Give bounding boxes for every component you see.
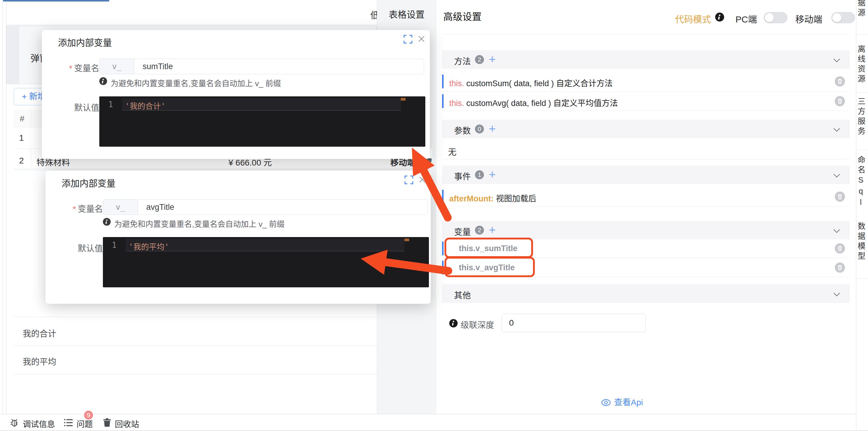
view-api-link[interactable]: 查看Api xyxy=(601,396,643,408)
pc-toggle-label: PC端 xyxy=(736,12,757,25)
variable-name-label: *变量名 xyxy=(54,62,99,74)
rail-item-data-model[interactable]: 数据模型 xyxy=(858,222,867,262)
delete-variable-button[interactable] xyxy=(835,243,845,254)
variable-name-input-group: v_ xyxy=(103,199,428,215)
chevron-down-icon[interactable] xyxy=(834,227,840,233)
issues-item[interactable]: 问题 xyxy=(76,418,93,430)
variable-name-input[interactable] xyxy=(134,59,424,74)
event-text: afterMount: 视图加载后 xyxy=(449,192,536,204)
chevron-down-icon[interactable] xyxy=(834,290,840,296)
code-mode-link[interactable]: 代码模式 xyxy=(675,12,711,25)
row-divider xyxy=(442,110,849,111)
advanced-settings-panel: 高级设置 代码模式 PC端 移动端 方法 2 + this. customSum… xyxy=(436,0,856,414)
summary-avg-label: 我的平均 xyxy=(23,355,56,367)
add-event-button[interactable]: + xyxy=(489,168,496,181)
default-value-label: 默认值 xyxy=(57,242,103,254)
dialog-title: 添加内部变量 xyxy=(62,176,116,189)
event-name: afterMount: xyxy=(449,194,494,203)
prefix-addon: v_ xyxy=(103,200,138,214)
chevron-down-icon[interactable] xyxy=(834,125,840,132)
rail-divider xyxy=(856,34,868,35)
fullscreen-icon[interactable] xyxy=(403,35,412,44)
variable-row[interactable]: this.v_sumTitle xyxy=(442,239,850,258)
pc-toggle[interactable] xyxy=(764,12,787,23)
debug-info-item[interactable]: 调试信息 xyxy=(23,418,55,430)
method-desc: 自定义合计方法 xyxy=(556,79,613,88)
issues-count-badge: 9 xyxy=(84,411,93,420)
variable-name-input[interactable] xyxy=(138,200,427,214)
variable-name-hint: 为避免和内置变量重名,变量名会自动加上 v_ 前缀 xyxy=(111,77,281,88)
variable-name-label: *变量名 xyxy=(57,202,103,214)
method-row[interactable]: this. customAvg( data, field ) 自定义平均值方法 xyxy=(442,92,850,111)
method-desc: 自定义平均值方法 xyxy=(553,99,618,108)
code-editor[interactable]: 1 '我的平均' xyxy=(103,237,429,287)
rail-item-offline-resources[interactable]: 离线资源 xyxy=(858,45,867,84)
status-bar: 调试信息 问题 回收站 xyxy=(0,414,856,430)
this-keyword: this. xyxy=(449,99,464,108)
method-text: this. customSum( data, field ) 自定义合计方法 xyxy=(449,77,613,89)
canvas-toolbar xyxy=(6,0,377,25)
add-variable-dialog-avg: 添加内部变量 *变量名 v_ 为避免和内置变量重名,变量名会自动加上 v_ 前缀… xyxy=(45,171,431,304)
delete-method-button[interactable] xyxy=(835,96,845,106)
chevron-down-icon[interactable] xyxy=(834,56,840,62)
cascade-depth-input[interactable] xyxy=(502,314,646,332)
app-root: 低 弹窗 + 新增 # 1 2 特殊材料 ¥ 666.00 元 移动端配置 我的… xyxy=(0,0,868,431)
mobile-toggle-label: 移动端 xyxy=(795,12,822,25)
rail-divider xyxy=(856,92,868,92)
section-title: 事件 xyxy=(454,170,471,182)
section-header-events[interactable]: 事件 1 + xyxy=(442,166,850,184)
variable-row[interactable]: this.v_avgTitle xyxy=(442,258,850,277)
toggle-knob xyxy=(832,13,841,22)
delete-event-button[interactable] xyxy=(835,192,845,202)
rail-divider xyxy=(856,222,868,222)
add-param-button[interactable]: + xyxy=(489,122,496,136)
table-settings-title[interactable]: 表格设置 xyxy=(377,7,436,20)
count-badge: 2 xyxy=(475,226,484,235)
mobile-toggle[interactable] xyxy=(831,12,855,23)
active-tab-indicator xyxy=(3,0,109,1)
section-header-methods[interactable]: 方法 2 + xyxy=(442,50,850,69)
variable-expression: this.v_sumTitle xyxy=(459,244,518,253)
rail-divider xyxy=(856,150,868,150)
cascade-info-icon[interactable] xyxy=(449,319,458,327)
section-title: 参数 xyxy=(454,124,471,136)
code-mode-info-icon[interactable] xyxy=(715,12,724,22)
params-empty-text: 无 xyxy=(448,145,457,157)
recycle-bin-icon xyxy=(103,418,111,427)
summary-row-avg[interactable]: 我的平均 xyxy=(14,346,377,374)
add-method-button[interactable]: + xyxy=(489,53,496,66)
editor-code-string: '我的合计' xyxy=(125,100,165,111)
close-icon[interactable] xyxy=(417,34,426,44)
summary-sum-label: 我的合计 xyxy=(23,327,56,339)
variable-expression: this.v_avgTitle xyxy=(459,263,515,272)
fullscreen-icon[interactable] xyxy=(404,175,413,184)
section-header-variables[interactable]: 变量 2 + xyxy=(442,221,850,239)
issues-list-icon xyxy=(64,419,73,427)
toggle-knob xyxy=(765,13,774,22)
recycle-bin-item[interactable]: 回收站 xyxy=(115,418,139,430)
left-splitter[interactable] xyxy=(2,0,3,414)
variable-name-input-group: v_ xyxy=(99,59,424,74)
event-row[interactable]: afterMount: 视图加载后 xyxy=(442,187,850,206)
code-editor[interactable]: 1 '我的合计' xyxy=(99,96,425,147)
row-index: 2 xyxy=(19,156,24,166)
row-accent-bar xyxy=(442,75,443,88)
rail-item-named-sql[interactable]: 命名Sql xyxy=(858,156,867,209)
required-mark: * xyxy=(69,64,72,73)
summary-row-sum[interactable]: 我的合计 xyxy=(14,317,377,346)
rail-item-third-party-services[interactable]: 三方服务 xyxy=(858,97,867,137)
rail-item-datasource[interactable]: 数据源 xyxy=(858,0,867,18)
row-divider xyxy=(442,277,849,277)
add-variable-button[interactable]: + xyxy=(489,223,496,237)
delete-method-button[interactable] xyxy=(835,76,845,86)
close-icon[interactable] xyxy=(417,175,427,184)
method-row[interactable]: this. customSum( data, field ) 自定义合计方法 xyxy=(442,72,850,92)
section-header-params[interactable]: 参数 0 + xyxy=(442,120,850,138)
debug-icon xyxy=(10,418,20,427)
delete-variable-button[interactable] xyxy=(835,262,845,273)
chevron-down-icon[interactable] xyxy=(834,171,840,177)
section-header-others[interactable]: 其他 xyxy=(442,284,850,303)
hint-info-icon xyxy=(103,218,111,226)
summary-strip xyxy=(14,168,432,171)
row-index: 1 xyxy=(19,133,24,143)
